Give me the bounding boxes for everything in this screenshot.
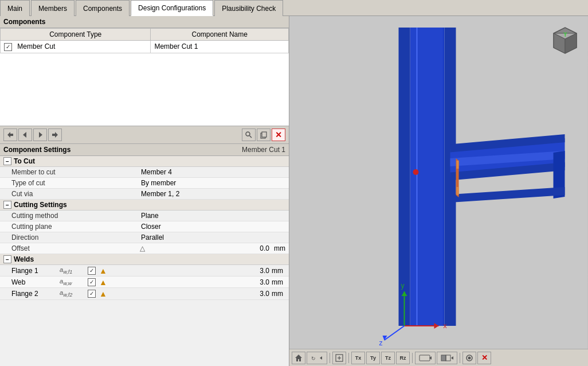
group-welds: − Welds Flange 1 aw,f1 ▲ 3.0 mm Web aw,w	[0, 254, 289, 300]
vp-shading-button[interactable]	[437, 352, 457, 364]
prop-cutting-plane-label: Cutting plane	[0, 221, 138, 232]
home-icon	[295, 355, 302, 361]
col-left-flange	[399, 28, 410, 326]
vp-sep2	[348, 353, 349, 363]
vp-tz-button[interactable]: Tz	[381, 352, 395, 364]
weld-flange2-cb[interactable]	[88, 290, 96, 298]
vp-zoom-button[interactable]	[332, 352, 346, 364]
vp-settings-button[interactable]	[462, 352, 476, 364]
row-name: Member Cut 1	[151, 41, 289, 53]
group-cutting-settings-header[interactable]: − Cutting Settings	[0, 200, 289, 211]
component-table-area: Component Type Component Name Member Cut…	[0, 28, 289, 126]
weld-row-flange1: Flange 1 aw,f1 ▲ 3.0 mm	[0, 265, 289, 277]
vp-rotation-button[interactable]: ↻	[307, 352, 327, 364]
collapse-icon[interactable]: −	[3, 157, 11, 165]
prop-cut-via-value: Member 1, 2	[138, 189, 289, 199]
weld-flange1-value: 3.0	[109, 267, 272, 275]
tab-components[interactable]: Components	[76, 0, 130, 16]
tab-members[interactable]: Members	[31, 0, 75, 16]
vp-home-button[interactable]	[292, 352, 305, 364]
vp-rz-button[interactable]: Rz	[396, 352, 410, 364]
weld-web-sub: aw,w	[57, 277, 86, 287]
left-panel: Components Component Type Component Name…	[0, 16, 289, 366]
weld-flange2-checkbox[interactable]	[86, 290, 97, 298]
gear-center	[468, 356, 471, 359]
viewport[interactable]: x y z Y	[289, 16, 588, 366]
table-row[interactable]: Member Cut Member Cut 1	[1, 41, 289, 53]
group-welds-header[interactable]: − Welds	[0, 254, 289, 265]
weld-flange2-label: Flange 2	[0, 289, 57, 299]
vp-close-button[interactable]: ✕	[477, 352, 491, 364]
delta-icon: △	[138, 243, 147, 254]
col-type-header: Component Type	[1, 29, 151, 41]
settings-header: Component Settings Member Cut 1	[0, 144, 289, 156]
group-to-cut-label: To Cut	[14, 157, 35, 165]
search-line	[250, 136, 252, 138]
search-icon	[246, 132, 250, 136]
x-label: x	[444, 322, 447, 330]
group-cutting-settings: − Cutting Settings Cutting method Plane …	[0, 200, 289, 254]
collapse-welds-icon[interactable]: −	[3, 255, 11, 263]
col-main	[410, 28, 445, 326]
main-layout: Components Component Type Component Name…	[0, 16, 588, 366]
shading-arrow	[451, 356, 453, 360]
prop-member-to-cut: Member to cut Member 4	[0, 167, 289, 178]
vp-sep4	[460, 353, 460, 363]
down-arrow	[320, 356, 322, 360]
settings-subtitle: Member Cut 1	[242, 146, 285, 154]
weld-web-checkbox[interactable]	[86, 278, 97, 286]
row-type: Member Cut	[17, 42, 55, 50]
next-icon	[39, 132, 42, 138]
next-button[interactable]	[33, 129, 47, 141]
prop-direction-label: Direction	[0, 232, 138, 243]
group-to-cut-header[interactable]: − To Cut	[0, 156, 289, 167]
weld-web-cb[interactable]	[88, 278, 96, 286]
prop-type-of-cut: Type of cut By member	[0, 178, 289, 189]
last-icon	[52, 132, 58, 138]
beam-cut-bot	[457, 187, 459, 195]
last-button[interactable]	[48, 129, 62, 141]
prop-cut-via-label: Cut via	[0, 189, 138, 199]
cube-icon[interactable]: Y	[548, 22, 582, 56]
prev-button[interactable]	[18, 129, 32, 141]
weld-flange1-cb[interactable]	[88, 267, 96, 275]
prop-cutting-plane: Cutting plane Closer	[0, 221, 289, 232]
vp-tx-button[interactable]: Tx	[351, 352, 365, 364]
collapse-cutting-icon[interactable]: −	[3, 201, 11, 209]
group-cutting-settings-label: Cutting Settings	[14, 201, 67, 209]
shade-solid	[441, 355, 446, 361]
search-button[interactable]	[242, 129, 256, 141]
cube-svg: Y	[548, 22, 582, 56]
vp-ty-button[interactable]: Ty	[366, 352, 380, 364]
prop-cutting-plane-value: Closer	[138, 221, 289, 232]
weld-flange1-label: Flange 1	[0, 266, 57, 276]
intersection-point	[413, 169, 419, 175]
components-section-header: Components	[0, 16, 289, 28]
row-checkbox[interactable]	[4, 43, 12, 51]
prop-offset: Offset △ 0.0 mm	[0, 243, 289, 254]
group-to-cut: − To Cut Member to cut Member 4 Type of …	[0, 156, 289, 200]
vp-display-button[interactable]	[415, 352, 436, 364]
prop-cutting-method-label: Cutting method	[0, 211, 138, 221]
weld-flange2-unit: mm	[272, 290, 289, 298]
settings-title: Component Settings	[3, 146, 70, 154]
prop-cutting-method: Cutting method Plane	[0, 211, 289, 221]
weld-flange1-checkbox[interactable]	[86, 267, 97, 275]
beam-cut-top	[457, 161, 459, 169]
first-icon	[7, 132, 13, 138]
weld-flange2-icon: ▲	[97, 289, 109, 298]
tab-main[interactable]: Main	[0, 0, 30, 16]
weld-flange2-sub: aw,f2	[57, 288, 86, 299]
weld-web-unit: mm	[272, 278, 289, 286]
delete-button[interactable]: ✕	[272, 129, 285, 141]
vp-sep3	[412, 353, 413, 363]
tab-design-configurations[interactable]: Design Configurations	[131, 0, 213, 16]
tab-plausibility-check[interactable]: Plausibility Check	[214, 0, 283, 16]
weld-flange1-unit: mm	[272, 267, 289, 275]
prop-type-of-cut-value: By member	[138, 178, 289, 188]
copy-button[interactable]	[257, 129, 271, 141]
toolbar-right: ✕	[242, 129, 285, 141]
first-button[interactable]	[3, 129, 17, 141]
group-welds-label: Welds	[14, 255, 34, 263]
vp-sep1	[330, 353, 330, 363]
